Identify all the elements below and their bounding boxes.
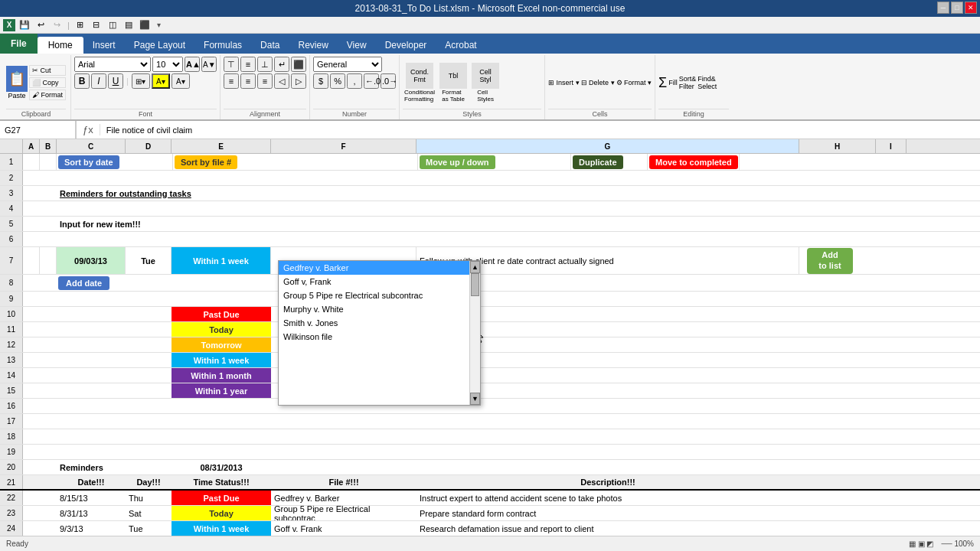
toolbar-icon-3[interactable]: ◫ [106,18,119,32]
toolbar-icon-1[interactable]: ⊞ [74,18,87,32]
align-right-btn[interactable]: ≡ [257,73,273,89]
italic-btn[interactable]: I [91,73,106,89]
cell-8rest[interactable] [126,275,980,291]
cell-7a[interactable] [23,247,40,274]
cell-24b[interactable] [40,521,57,536]
percent-btn[interactable]: % [330,73,345,89]
cell-2[interactable] [23,171,980,185]
cell-14d[interactable] [126,368,172,383]
name-box[interactable]: G27 [0,121,77,139]
cell-12c[interactable] [57,337,126,352]
cell-15d[interactable] [126,383,172,398]
duplicate-button[interactable]: Duplicate [573,155,623,169]
decrease-decimal-btn[interactable]: ←.0 [364,73,379,89]
list-item[interactable]: Group 5 Pipe re Electrical subcontrac [279,289,469,302]
increase-indent-btn[interactable]: ▷ [291,73,306,89]
cell-14c[interactable] [57,368,126,383]
list-item[interactable]: Gedfrey v. Barker [279,261,469,275]
toolbar-icon-4[interactable]: ▤ [122,18,136,32]
cell-8b[interactable] [40,275,57,291]
align-middle-btn[interactable]: ≡ [240,57,256,72]
cell-11d[interactable] [126,322,172,337]
cell-22b[interactable] [40,491,57,505]
currency-btn[interactable]: $ [313,73,328,89]
cell-22rest[interactable] [799,491,980,505]
cell-1a[interactable] [23,154,40,170]
restore-button[interactable]: □ [951,2,963,14]
move-up-down-button[interactable]: Move up / down [420,155,495,169]
cell-7e-status[interactable]: Within 1 week [172,247,271,274]
tab-insert[interactable]: Insert [83,37,125,54]
table-row[interactable]: 24 9/3/13 Tue Within 1 week Goff v. Fran… [0,521,980,536]
cell-20b[interactable] [40,460,57,474]
tab-page-layout[interactable]: Page Layout [125,37,194,54]
sort-by-date-button[interactable]: Sort by date [58,155,119,169]
cell-18[interactable] [23,429,980,444]
cell-7b[interactable] [40,247,57,274]
move-to-completed-button[interactable]: Move to completed [649,155,738,169]
align-left-btn[interactable]: ≡ [224,73,239,89]
file-dropdown[interactable]: Gedfrey v. Barker Goff v, Frank Group 5 … [278,260,481,406]
cell-20rest[interactable] [271,460,980,474]
tab-data[interactable]: Data [251,37,289,54]
cell-11b[interactable] [40,322,57,337]
font-family-select[interactable]: Arial [74,57,151,72]
align-center-btn[interactable]: ≡ [240,73,256,89]
undo-btn[interactable]: ↩ [34,18,47,32]
tab-view[interactable]: View [338,37,376,54]
cell-6[interactable] [23,232,980,246]
scroll-thumb[interactable] [471,273,479,296]
tab-developer[interactable]: Developer [376,37,436,54]
increase-decimal-btn[interactable]: .0→ [381,73,396,89]
cell-9b[interactable] [40,292,57,306]
cell-10a[interactable] [23,307,40,321]
fill-color-btn[interactable]: A▾ [152,73,170,89]
cell-13a[interactable] [23,353,40,367]
cell-10b[interactable] [40,307,57,321]
comma-btn[interactable]: , [347,73,362,89]
cell-20a[interactable] [23,460,40,474]
cell-10d[interactable] [126,307,172,321]
tab-formulas[interactable]: Formulas [194,37,251,54]
cell-13b[interactable] [40,353,57,367]
decrease-font-btn[interactable]: A▼ [201,57,217,72]
cell-15a[interactable] [23,383,40,398]
cell-7c-date[interactable]: 09/03/13 [57,247,126,274]
cell-14b[interactable] [40,368,57,383]
cell-19[interactable] [23,445,980,459]
cell-22a[interactable] [23,491,40,505]
underline-btn[interactable]: U [108,73,123,89]
list-item[interactable]: Wilkinson file [279,330,469,344]
scroll-up-btn[interactable]: ▲ [470,261,480,273]
cell-23a[interactable] [23,506,40,520]
add-to-list-button[interactable]: Addto list [807,248,853,274]
cell-3a[interactable] [23,186,40,201]
cell-24a[interactable] [23,521,40,536]
tab-acrobat[interactable]: Acrobat [436,37,485,54]
fill-btn[interactable]: Fill [668,79,678,86]
font-size-select[interactable]: 10 [152,57,183,72]
cell-1b[interactable] [40,154,57,170]
cut-btn[interactable]: ✂ Cut [29,65,66,76]
format-as-table-btn[interactable]: Tbl Formatas Table [438,61,469,104]
toolbar-icon-2[interactable]: ⊟ [90,18,103,32]
sort-by-file-button[interactable]: Sort by file # [175,155,237,169]
cell-7d-day[interactable]: Tue [126,247,172,274]
align-bottom-btn[interactable]: ⊥ [257,57,273,72]
wrap-text-btn[interactable]: ↵ [274,57,289,72]
cell-20d[interactable] [126,460,172,474]
table-row[interactable]: 22 8/15/13 Thu Past Due Gedfrey v. Barke… [0,491,980,506]
cell-3b[interactable] [40,186,57,201]
paste-btn[interactable]: 📋 Paste [6,66,28,99]
add-date-button[interactable]: Add date [58,276,109,290]
conditional-formatting-btn[interactable]: Cond.Fmt ConditionalFormatting [403,61,436,104]
font-color-btn[interactable]: A▾ [172,73,190,89]
dropdown-scrollbar[interactable]: ▲ ▼ [469,261,480,405]
toolbar-icon-5[interactable]: ⬛ [138,18,152,32]
cell-9a[interactable] [23,292,40,306]
tab-file[interactable]: File [0,34,38,54]
border-btn[interactable]: ⊞▾ [132,73,150,89]
cell-12b[interactable] [40,337,57,352]
cell-12d[interactable] [126,337,172,352]
merge-btn[interactable]: ⬛ [291,57,306,72]
